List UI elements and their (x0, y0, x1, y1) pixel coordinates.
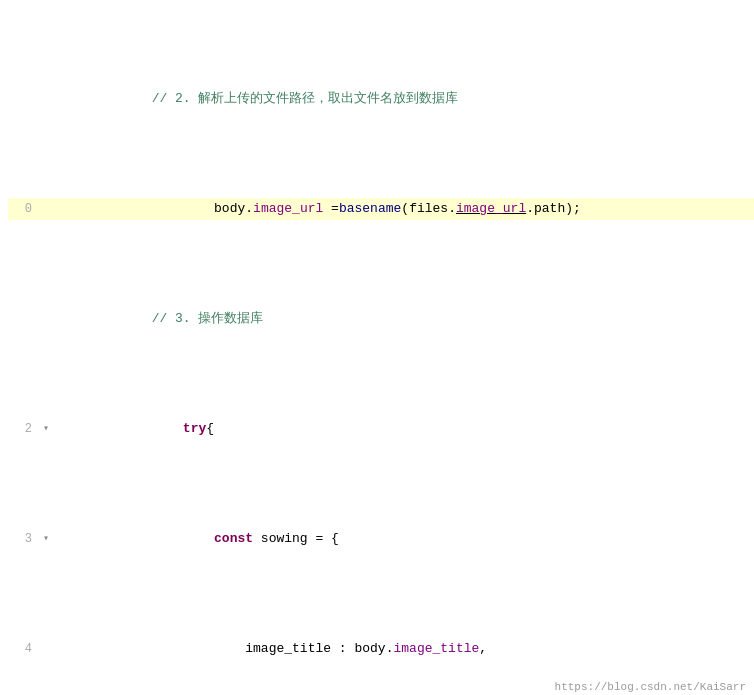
line-const-sowing: 3 ▾ const sowing = { (8, 528, 754, 550)
line-num: 2 (8, 418, 38, 440)
image-url-prop: image_url (253, 201, 323, 216)
code-content[interactable]: // 2. 解析上传的文件路径，取出文件名放到数据库 0 body.image_… (0, 0, 754, 695)
code-lines: // 2. 解析上传的文件路径，取出文件名放到数据库 0 body.image_… (8, 0, 754, 695)
code-col: const sowing = { (54, 506, 754, 572)
line-comment1: // 2. 解析上传的文件路径，取出文件名放到数据库 (8, 88, 754, 110)
line-num: 4 (8, 638, 38, 660)
basename-fn: basename (339, 201, 401, 216)
indent (152, 201, 214, 216)
comment-text: // 2. 解析上传的文件路径，取出文件名放到数据库 (152, 91, 459, 106)
line-image-title: 4 image_title : body.image_title, (8, 638, 754, 660)
body-prop: body (214, 201, 245, 216)
url-watermark: https://blog.csdn.net/KaiSarr (547, 679, 754, 695)
line-comment2: // 3. 操作数据库 (8, 308, 754, 330)
line-highlighted: 0 body.image_url =basename(files.image_u… (8, 198, 754, 220)
code-area: // 2. 解析上传的文件路径，取出文件名放到数据库 0 body.image_… (0, 0, 754, 695)
const-keyword: const (214, 531, 253, 546)
try-keyword: try (183, 421, 206, 436)
line-num: 3 (8, 528, 38, 550)
code-col: try{ (54, 396, 754, 462)
code-col: body.image_url =basename(files.image_url… (54, 176, 754, 242)
fold-arrow2[interactable]: ▾ (43, 528, 49, 550)
fold-arrow[interactable]: ▾ (43, 418, 49, 440)
editor-container: // 2. 解析上传的文件路径，取出文件名放到数据库 0 body.image_… (0, 0, 754, 695)
code-col: // 2. 解析上传的文件路径，取出文件名放到数据库 (54, 66, 754, 132)
fold-col[interactable]: ▾ (38, 528, 54, 550)
code-col: image_title : body.image_title, (54, 616, 754, 682)
line-num: 0 (8, 198, 38, 220)
code-col: // 3. 操作数据库 (54, 286, 754, 352)
comment-db: // 3. 操作数据库 (152, 311, 264, 326)
line-try: 2 ▾ try{ (8, 418, 754, 440)
fold-col[interactable]: ▾ (38, 418, 54, 440)
